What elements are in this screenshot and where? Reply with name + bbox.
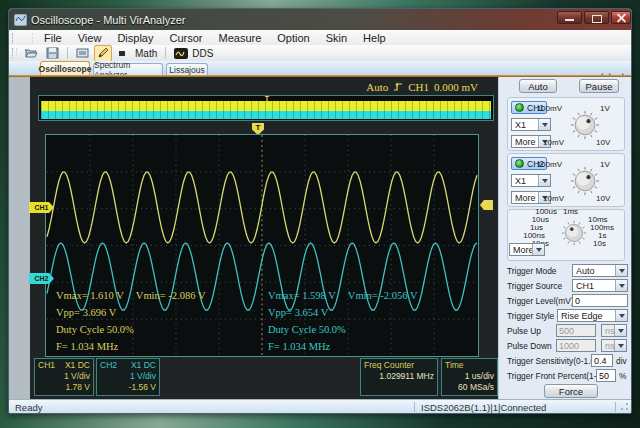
save-button[interactable] — [43, 45, 62, 62]
title-bar: Oscilloscope - Multi VirAnalyzer — [9, 9, 631, 30]
chevron-down-icon — [614, 325, 626, 336]
timebase-knob[interactable] — [561, 220, 587, 246]
status-ready: Ready — [15, 402, 42, 413]
ch1-vmax: Vmax= 1.610 V — [56, 290, 124, 301]
pulse-down-unit-value: ns — [602, 341, 614, 351]
ch1-knob-label-100mv: 100mV — [528, 104, 562, 113]
ch2-vmin: Vmin= -2.056 V — [348, 290, 418, 301]
readout-level: 0.000 mV — [434, 81, 478, 93]
tab-oscilloscope[interactable]: Oscilloscope — [40, 61, 90, 76]
math-button[interactable]: Math — [131, 48, 161, 59]
ch2-knob-label-100mv: 100mV — [528, 160, 562, 169]
screen-capture-button[interactable] — [73, 45, 92, 62]
trigger-sensitivity-input[interactable] — [591, 354, 613, 367]
trigger-source-select[interactable]: CH1 — [572, 279, 628, 292]
open-folder-icon — [24, 47, 38, 59]
timebase-label-1ms: 1ms — [563, 207, 578, 216]
trigger-mode-label: Trigger Mode — [507, 266, 557, 276]
time-scale: 1 us/div — [445, 371, 494, 382]
rise-edge-icon — [393, 81, 403, 92]
pause-button[interactable]: Pause — [579, 79, 619, 93]
ch2-volts-knob[interactable] — [570, 166, 600, 196]
resize-grip-icon[interactable] — [620, 402, 629, 411]
open-button[interactable] — [21, 45, 41, 62]
trigger-level-input[interactable] — [572, 294, 628, 307]
timebase-more-select[interactable]: More — [509, 243, 545, 256]
toolbar-separator — [67, 47, 68, 59]
maximize-icon — [592, 15, 602, 23]
menu-cursor[interactable]: Cursor — [161, 32, 210, 44]
trigger-front-label: Trigger Front Percent(1-99 — [507, 371, 606, 381]
dds-wave-icon — [174, 48, 188, 59]
menu-display[interactable]: Display — [109, 32, 161, 44]
trigger-level-label: Trigger Level(mV) — [507, 296, 574, 306]
ch1-probe-select[interactable]: X1 — [511, 118, 551, 131]
ch2-probe-select[interactable]: X1 — [511, 174, 551, 187]
trigger-mode-select[interactable]: Auto — [572, 264, 628, 277]
maximize-button[interactable] — [584, 11, 609, 24]
chevron-down-icon — [538, 119, 550, 130]
overview-trigger-marker[interactable]: T — [261, 95, 273, 102]
force-button[interactable]: Force — [544, 384, 598, 398]
trigger-mode-value: Auto — [573, 266, 615, 276]
ch2-info-coupling: X1 DC — [131, 360, 156, 371]
auto-button[interactable]: Auto — [519, 79, 557, 93]
ch2-info-scale: 1 V/div — [100, 371, 156, 382]
trigger-front-input[interactable] — [596, 369, 616, 382]
overview-texture — [41, 101, 491, 119]
close-button[interactable] — [611, 11, 631, 24]
timebase-more-value: More — [510, 245, 532, 255]
trigger-readout: Auto CH1 0.000 mV — [290, 80, 478, 93]
ch1-led-icon — [515, 103, 524, 112]
ch1-knob-label-10mv: 10mV — [534, 138, 564, 147]
trigger-style-select[interactable]: Rise Edge — [557, 309, 628, 322]
screen-icon — [76, 47, 89, 59]
minimize-icon — [565, 19, 574, 21]
ch1-info-coupling: X1 DC — [65, 360, 90, 371]
pulse-up-unit-value: ns — [602, 326, 614, 336]
menu-option[interactable]: Option — [269, 32, 317, 44]
status-separator — [615, 402, 616, 412]
chevron-down-icon — [615, 265, 627, 276]
freq-counter-value: 1.029911 MHz — [364, 371, 434, 382]
pulse-up-input — [556, 324, 596, 337]
ch2-knob-label-1v: 1V — [600, 160, 610, 169]
trigger-style-value: Rise Edge — [558, 311, 615, 321]
ch1-vmin: Vmin= -2.086 V — [136, 290, 206, 301]
timebase-label-10s: 10s — [593, 239, 606, 248]
ch2-freq: F= 1.034 MHz — [268, 338, 478, 355]
menu-measure[interactable]: Measure — [210, 32, 269, 44]
ch2-led-icon — [515, 159, 524, 168]
save-icon — [46, 47, 59, 59]
time-info-box: Time 1 us/div 60 MSa/s — [441, 358, 498, 396]
readout-mode: Auto — [366, 81, 388, 93]
status-separator — [414, 402, 415, 412]
ch1-info-box: CH1X1 DC 1 V/div 1.78 V — [34, 358, 94, 396]
menu-help[interactable]: Help — [355, 32, 394, 44]
cursor-tool-button[interactable] — [94, 45, 112, 62]
pulse-up-unit-select: ns — [601, 324, 627, 337]
waveform-overview-bar[interactable]: T — [38, 95, 494, 121]
dds-button[interactable]: DDS — [171, 45, 220, 62]
ch1-vpp: Vpp= 3.696 V — [56, 304, 266, 321]
ch1-volts-knob[interactable] — [570, 110, 600, 140]
ch2-info-box: CH2X1 DC 1 V/div -1.56 V — [96, 358, 160, 396]
trigger-sensitivity-unit: div — [616, 356, 627, 366]
scope-display: Vmax= 1.610 VVmin= -2.086 V Vpp= 3.696 V… — [45, 134, 479, 357]
time-title: Time — [445, 360, 494, 371]
stop-tool-button[interactable] — [114, 45, 130, 62]
ch1-position-tag[interactable]: CH1 — [29, 202, 54, 213]
menu-bar: File View Display Cursor Measure Option … — [9, 30, 631, 45]
pencil-icon — [97, 47, 109, 59]
menu-view[interactable]: View — [70, 32, 110, 44]
menu-skin[interactable]: Skin — [318, 32, 355, 44]
menu-file[interactable]: File — [36, 32, 70, 44]
ch2-vpp: Vpp= 3.654 V — [268, 304, 478, 321]
ch2-position-tag[interactable]: CH2 — [29, 273, 54, 284]
pulse-down-label: Pulse Down — [507, 341, 552, 351]
ch1-info-offset: 1.78 V — [38, 382, 90, 393]
ch2-vmax: Vmax= 1.598 V — [268, 290, 336, 301]
minimize-button[interactable] — [557, 11, 582, 24]
left-margin — [9, 77, 30, 399]
pulse-down-unit-select: ns — [601, 339, 627, 352]
